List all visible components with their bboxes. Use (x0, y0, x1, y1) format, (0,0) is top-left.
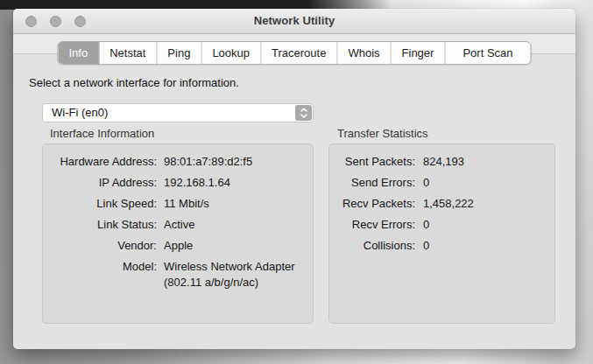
row-value: 0 (423, 217, 546, 233)
row-value: 0 (423, 238, 546, 254)
row-value: Apple (164, 238, 304, 254)
tab-whois[interactable]: Whois (337, 42, 391, 64)
row-label: Link Speed: (43, 196, 157, 212)
stats-row-send-errors: Send Errors: 0 (329, 175, 546, 191)
row-label: Hardware Address: (43, 154, 157, 170)
tab-ping[interactable]: Ping (157, 42, 201, 64)
interface-info-title: Interface Information (50, 127, 154, 140)
row-label: Recv Packets: (329, 196, 415, 212)
row-label: Collisions: (329, 238, 415, 254)
tab-port-scan[interactable]: Port Scan (445, 42, 530, 64)
popup-stepper (295, 105, 312, 121)
row-value: 1,458,222 (423, 196, 546, 212)
window-title: Network Utility (13, 9, 575, 33)
stats-row-recv-packets: Recv Packets: 1,458,222 (329, 196, 546, 212)
info-row-model: Model: Wireless Network Adapter (802.11 … (43, 259, 304, 290)
row-value: 824,193 (423, 154, 546, 170)
tab-traceroute[interactable]: Traceroute (261, 42, 337, 64)
row-label: IP Address: (43, 175, 157, 191)
interface-prompt-label: Select a network interface for informati… (29, 76, 239, 89)
desktop-background: Network Utility Info Netstat Ping Lookup… (0, 0, 593, 364)
mode-tabs: Info Netstat Ping Lookup Traceroute Whoi… (57, 41, 531, 65)
tab-info[interactable]: Info (58, 42, 99, 64)
row-label: Model: (43, 259, 157, 290)
row-value: Active (164, 217, 304, 233)
row-label: Link Status: (43, 217, 157, 233)
interface-info-rows: Hardware Address: 98:01:a7:89:d2:f5 IP A… (43, 144, 313, 290)
row-value: Wireless Network Adapter (802.11 a/b/g/n… (164, 259, 304, 290)
stats-row-sent-packets: Sent Packets: 824,193 (329, 154, 546, 170)
tab-netstat[interactable]: Netstat (99, 42, 157, 64)
tab-lookup[interactable]: Lookup (201, 42, 261, 64)
transfer-stats-box: Sent Packets: 824,193 Send Errors: 0 Rec… (328, 144, 555, 324)
interface-select-value: Wi-Fi (en0) (52, 106, 108, 119)
row-label: Recv Errors: (329, 217, 415, 233)
info-row-link-speed: Link Speed: 11 Mbit/s (43, 196, 304, 212)
stats-row-recv-errors: Recv Errors: 0 (329, 217, 546, 233)
info-row-hardware-address: Hardware Address: 98:01:a7:89:d2:f5 (43, 154, 304, 170)
info-row-ip-address: IP Address: 192.168.1.64 (43, 175, 304, 191)
row-value: 192.168.1.64 (164, 175, 304, 191)
interface-info-box: Hardware Address: 98:01:a7:89:d2:f5 IP A… (42, 144, 314, 324)
info-row-vendor: Vendor: Apple (43, 238, 304, 254)
info-row-link-status: Link Status: Active (43, 217, 304, 233)
row-value: 98:01:a7:89:d2:f5 (164, 154, 304, 170)
row-label: Vendor: (43, 238, 157, 254)
tab-finger[interactable]: Finger (392, 42, 446, 64)
stats-row-collisions: Collisions: 0 (329, 238, 546, 254)
transfer-stats-title: Transfer Statistics (337, 127, 428, 140)
row-value: 0 (423, 175, 546, 191)
network-utility-window: Network Utility Info Netstat Ping Lookup… (13, 9, 575, 349)
row-value: 11 Mbit/s (164, 196, 304, 212)
up-down-chevrons-icon (300, 107, 308, 119)
transfer-stats-rows: Sent Packets: 824,193 Send Errors: 0 Rec… (329, 144, 554, 254)
interface-select[interactable]: Wi-Fi (en0) (42, 103, 314, 122)
row-label: Send Errors: (329, 175, 415, 191)
row-label: Sent Packets: (329, 154, 415, 170)
title-bar[interactable]: Network Utility (13, 9, 575, 34)
